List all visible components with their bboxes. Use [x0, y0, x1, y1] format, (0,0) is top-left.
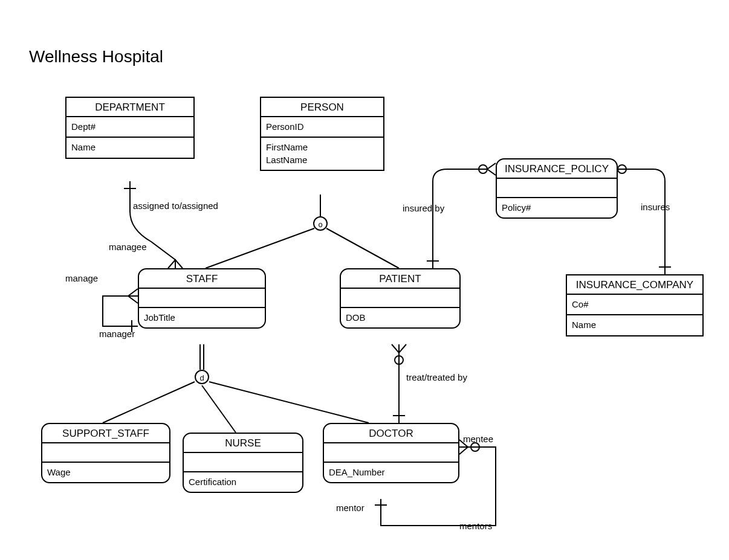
entity-key-attrs [324, 443, 458, 463]
entity-name: DEPARTMENT [66, 98, 193, 117]
entity-attrs: Wage [42, 463, 169, 482]
entity-attrs: Policy# [497, 198, 617, 217]
entity-attrs: JobTitle [139, 308, 265, 327]
entity-key-attrs: Dept# [66, 117, 193, 138]
rel-label-mentor: mentor [336, 503, 364, 513]
entity-name: INSURANCE_POLICY [497, 159, 617, 179]
diagram-canvas: Wellness Hospital [0, 0, 729, 560]
entity-patient: PATIENT DOB [340, 268, 461, 329]
entity-key-attrs [42, 443, 169, 463]
entity-attrs: Certification [184, 472, 302, 492]
entity-department: DEPARTMENT Dept# Name [65, 97, 195, 159]
rel-label-manage: manage [65, 273, 98, 283]
svg-point-3 [471, 443, 479, 451]
svg-point-0 [479, 165, 487, 173]
entity-key-attrs [184, 453, 302, 472]
spec-circle-o: o [313, 216, 328, 231]
spec-circle-d: d [195, 370, 209, 384]
rel-label-managee: managee [109, 242, 147, 252]
entity-attrs: DEA_Number [324, 463, 458, 482]
entity-staff: STAFF JobTitle [138, 268, 266, 329]
entity-name: DOCTOR [324, 424, 458, 443]
entity-attrs: Name [66, 138, 193, 157]
entity-key-attrs [139, 289, 265, 308]
entity-key-attrs: Co# [567, 295, 702, 315]
entity-key-attrs [341, 289, 459, 308]
svg-point-1 [618, 165, 626, 173]
entity-key-attrs [497, 179, 617, 198]
entity-name: NURSE [184, 434, 302, 453]
entity-person: PERSON PersonID FirstName LastName [260, 97, 384, 171]
entity-key-attrs: PersonID [261, 117, 383, 138]
entity-insurance-company: INSURANCE_COMPANY Co# Name [566, 274, 704, 336]
entity-name: STAFF [139, 269, 265, 289]
entity-support-staff: SUPPORT_STAFF Wage [41, 423, 170, 483]
entity-name: PATIENT [341, 269, 459, 289]
rel-label-insures: insures [641, 202, 670, 212]
rel-label-mentors: mentors [459, 521, 492, 531]
rel-label-mentee: mentee [463, 434, 493, 444]
entity-doctor: DOCTOR DEA_Number [323, 423, 459, 483]
entity-attrs: FirstName LastName [261, 138, 383, 170]
rel-label-assigned: assigned to/assigned [133, 201, 218, 211]
rel-label-treat: treat/treated by [406, 372, 467, 382]
entity-nurse: NURSE Certification [183, 433, 303, 493]
entity-name: SUPPORT_STAFF [42, 424, 169, 443]
entity-name: PERSON [261, 98, 383, 117]
svg-point-2 [395, 356, 403, 364]
entity-attrs: DOB [341, 308, 459, 327]
diagram-title: Wellness Hospital [29, 47, 163, 66]
entity-insurance-policy: INSURANCE_POLICY Policy# [496, 158, 618, 219]
rel-label-insured-by: insured by [403, 203, 444, 213]
rel-label-manager: manager [99, 329, 135, 339]
entity-name: INSURANCE_COMPANY [567, 275, 702, 295]
entity-attrs: Name [567, 315, 702, 335]
